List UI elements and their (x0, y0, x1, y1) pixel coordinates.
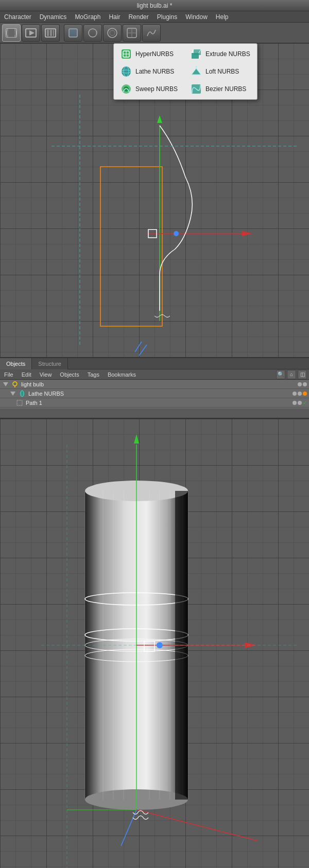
main-toolbar (0, 23, 309, 43)
menu-mograph[interactable]: MoGraph (71, 11, 105, 22)
object-item-path2[interactable]: Path 2 (0, 408, 309, 409)
svg-line-28 (199, 55, 201, 59)
tab-structure[interactable]: Structure (32, 358, 68, 369)
svg-rect-4 (14, 35, 16, 37)
object-item-lathe-nurbs[interactable]: Lathe NURBS (0, 389, 309, 398)
menu-plugins[interactable]: Plugins (153, 11, 181, 22)
tool-deform[interactable] (142, 24, 161, 42)
dot-grey-1 (298, 382, 302, 386)
sweep-nurbs-label: Sweep NURBS (135, 85, 178, 93)
dot-orange (303, 392, 307, 396)
menu-hair[interactable]: Hair (105, 11, 124, 22)
dot-grey-2 (303, 382, 307, 386)
panel-menu-edit[interactable]: Edit (18, 369, 36, 379)
svg-marker-41 (242, 231, 252, 236)
menu-dynamics[interactable]: Dynamics (36, 11, 71, 22)
panel-menubar: File Edit View Objects Tags Bookmarks 🔍 … (0, 369, 309, 380)
svg-rect-54 (17, 400, 22, 405)
dot-grey-4 (298, 392, 302, 396)
panel-collapse-icon[interactable]: ◫ (298, 370, 307, 379)
object-item-lightbulb[interactable]: light bulb (0, 380, 309, 389)
menu-window[interactable]: Window (181, 11, 212, 22)
expand-icon-2 (9, 390, 16, 397)
dropdown-hypernurbs[interactable]: HyperNURBS (116, 46, 185, 62)
svg-rect-25 (194, 49, 201, 55)
menu-character[interactable]: Character (0, 11, 36, 22)
svg-rect-5 (8, 29, 14, 37)
svg-rect-37 (100, 167, 162, 326)
dot-grey-5 (293, 401, 297, 405)
panel-search-icon[interactable]: 🔍 (276, 370, 285, 379)
nurbs-dropdown-menu: HyperNURBS Extrude NURBS (113, 43, 258, 100)
tool-film[interactable] (2, 24, 21, 42)
tool-play[interactable] (22, 24, 40, 42)
dropdown-sweep-nurbs[interactable]: Sweep NURBS (116, 81, 185, 97)
extrude-nurbs-label: Extrude NURBS (205, 50, 250, 58)
panel-menu-file[interactable]: File (0, 369, 18, 379)
tool-spline[interactable] (103, 24, 122, 42)
svg-point-35 (124, 86, 129, 92)
panel-home-icon[interactable]: ⌂ (287, 370, 296, 379)
svg-marker-7 (29, 30, 35, 36)
svg-rect-2 (6, 35, 8, 37)
svg-point-14 (89, 29, 97, 37)
window-title: light bulb.ai * (137, 2, 173, 9)
svg-marker-51 (10, 392, 15, 396)
panel-menu-objects[interactable]: Objects (56, 369, 83, 379)
svg-rect-13 (69, 29, 77, 37)
viewport-top[interactable]: HyperNURBS Extrude NURBS (0, 43, 309, 357)
hypernurbs-icon (120, 48, 132, 60)
object-label-path1: Path 1 (26, 400, 42, 406)
lathe-nurbs-label: Lathe NURBS (135, 68, 174, 75)
svg-marker-48 (3, 382, 8, 386)
svg-rect-3 (14, 29, 16, 31)
lightbulb-object-icon (11, 381, 19, 388)
tool-rotate[interactable] (83, 24, 102, 42)
sweep-nurbs-icon (120, 83, 132, 95)
viewport-bottom[interactable] (0, 419, 309, 868)
path-icon-1 (16, 400, 23, 406)
menu-render[interactable]: Render (124, 11, 152, 22)
object-item-path1[interactable]: Path 1 ✓ (0, 398, 309, 408)
extrude-nurbs-icon (190, 48, 202, 60)
panel-menu-view[interactable]: View (36, 369, 56, 379)
tool-nurbs[interactable] (123, 24, 141, 42)
lathe-nurbs-icon (120, 65, 132, 78)
svg-rect-11 (53, 30, 54, 36)
object-label-lightbulb: light bulb (21, 381, 44, 387)
panel-menu-tags[interactable]: Tags (83, 369, 104, 379)
title-bar: light bulb.ai * (0, 0, 309, 11)
panel-menu-bookmarks[interactable]: Bookmarks (104, 369, 140, 379)
dropdown-bezier-nurbs[interactable]: Bezier NURBS (186, 81, 255, 97)
bezier-nurbs-label: Bezier NURBS (205, 85, 246, 93)
objects-panel: Objects Structure File Edit View Objects… (0, 357, 309, 419)
object-controls-lightbulb (298, 382, 309, 386)
svg-point-42 (174, 231, 179, 236)
svg-line-81 (136, 810, 258, 841)
dropdown-loft-nurbs[interactable]: Loft NURBS (186, 63, 255, 80)
expand-icon (2, 381, 9, 388)
svg-rect-10 (50, 30, 52, 36)
loft-nurbs-icon (190, 65, 202, 78)
object-controls-lathe (293, 392, 309, 396)
dot-grey-3 (293, 392, 297, 396)
object-controls-path1: ✓ (293, 400, 309, 405)
svg-point-15 (108, 28, 117, 38)
tab-objects[interactable]: Objects (0, 358, 32, 369)
svg-point-49 (13, 382, 17, 386)
bezier-nurbs-icon (190, 83, 202, 95)
tool-keyframe[interactable] (41, 24, 60, 42)
dropdown-extrude-nurbs[interactable]: Extrude NURBS (186, 46, 255, 62)
svg-point-29 (122, 66, 131, 77)
svg-line-47 (139, 345, 147, 356)
svg-line-80 (121, 810, 136, 846)
tool-box[interactable] (64, 24, 82, 42)
object-label-lathe-nurbs: Lathe NURBS (28, 391, 64, 397)
dropdown-lathe-nurbs[interactable]: Lathe NURBS (116, 63, 185, 80)
svg-rect-1 (6, 29, 8, 31)
loft-nurbs-label: Loft NURBS (205, 68, 239, 75)
svg-marker-75 (134, 434, 139, 444)
svg-point-52 (20, 391, 25, 397)
menu-help[interactable]: Help (212, 11, 233, 22)
hypernurbs-label: HyperNURBS (135, 50, 174, 58)
